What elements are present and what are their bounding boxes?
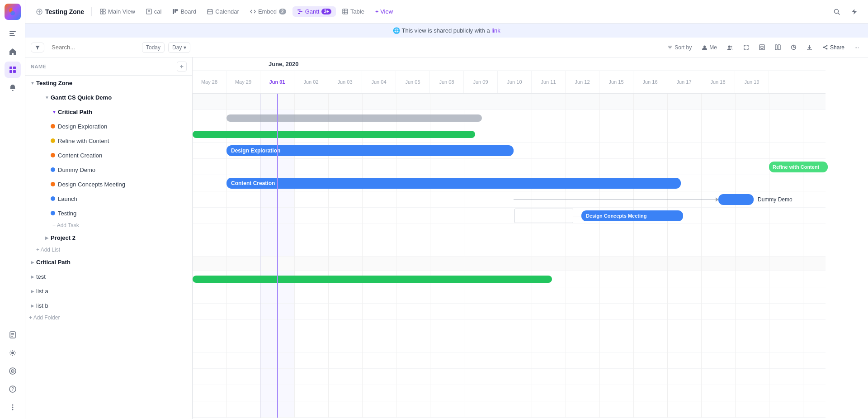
svg-rect-33 <box>173 9 174 14</box>
tree-group-test[interactable]: ▶ test <box>25 269 192 284</box>
sidebar-help-icon[interactable]: ? <box>5 381 21 397</box>
svg-rect-6 <box>9 67 12 69</box>
tree-task-design-concepts[interactable]: Design Concepts Meeting <box>25 177 192 191</box>
tree-task-design-exploration[interactable]: Design Exploration <box>25 119 192 133</box>
tab-main-view[interactable]: Main View <box>95 6 140 17</box>
svg-rect-5 <box>9 35 15 36</box>
tab-board[interactable]: Board <box>168 6 201 17</box>
search-input[interactable] <box>48 42 138 52</box>
tree-task-content-creation[interactable]: Content Creation <box>25 148 192 162</box>
more-dots: ··· <box>854 44 859 51</box>
bar-design-exploration[interactable]: Design Exploration <box>226 145 514 156</box>
tab-embed[interactable]: Embed 2 <box>245 6 291 17</box>
sidebar-integrations-icon[interactable] <box>5 345 21 361</box>
tree-group-testing-zone[interactable]: ▼ Testing Zone <box>25 76 192 90</box>
download-button[interactable] <box>803 43 816 52</box>
svg-point-17 <box>12 371 13 371</box>
chevron-test: ▶ <box>29 273 36 280</box>
tab-main-view-label: Main View <box>108 8 135 15</box>
sidebar-notifications-icon[interactable] <box>5 80 21 96</box>
testing-label: Testing <box>58 210 76 217</box>
day-label: Day <box>172 44 182 51</box>
bar-project-2[interactable] <box>193 276 552 283</box>
today-button[interactable]: Today <box>142 42 165 53</box>
tree-group-critical-path-2[interactable]: ▶ Critical Path <box>25 255 192 269</box>
day-selector[interactable]: Day ▾ <box>168 42 190 53</box>
svg-point-22 <box>12 409 13 410</box>
share-button[interactable]: Share <box>819 43 848 52</box>
tree-group-critical-path[interactable]: ▼ Critical Path <box>25 105 192 119</box>
svg-rect-55 <box>760 45 764 50</box>
tab-gantt[interactable]: Gantt 3+ <box>292 6 336 17</box>
gantt-row-content-creation: Content Creation <box>193 175 826 191</box>
tree-task-dummy-demo[interactable]: Dummy Demo <box>25 162 192 177</box>
add-column-button[interactable]: + <box>177 62 187 71</box>
svg-line-65 <box>824 48 827 49</box>
tab-table[interactable]: Table <box>338 6 369 17</box>
sidebar-spaces-icon[interactable] <box>5 62 21 78</box>
tab-cal[interactable]: cal <box>142 6 166 17</box>
tree-task-refine[interactable]: Refine with Content <box>25 133 192 148</box>
dot-content-creation <box>51 153 55 157</box>
sidebar-goals-icon[interactable] <box>5 363 21 379</box>
people-button[interactable] <box>723 43 737 52</box>
filter-button[interactable] <box>31 43 44 52</box>
add-folder-button[interactable]: + Add Folder <box>25 313 192 323</box>
columns-button[interactable] <box>771 43 784 52</box>
app-logo[interactable] <box>5 4 21 20</box>
bar-critical-path[interactable] <box>193 131 475 138</box>
sidebar-docs-icon[interactable] <box>5 327 21 343</box>
me-button[interactable]: Me <box>698 43 721 52</box>
tree-task-testing[interactable]: Testing <box>25 206 192 220</box>
svg-point-20 <box>12 405 13 406</box>
add-list-button[interactable]: + Add List <box>25 245 192 255</box>
tab-embed-label: Embed <box>258 8 277 15</box>
dummy-demo-bar-label: Dummy Demo <box>758 196 793 203</box>
add-view-button[interactable]: + View <box>371 6 397 17</box>
bar-content-creation[interactable]: Content Creation <box>226 178 681 189</box>
svg-point-53 <box>728 45 730 48</box>
content-creation-label: Content Creation <box>58 152 102 159</box>
gantt-header: June, 2020 May 28 May 29 Jun 01 Jun 02 J… <box>193 57 826 94</box>
chevron-list-a: ▶ <box>29 287 36 295</box>
svg-point-54 <box>730 46 732 48</box>
refine-label: Refine with Content <box>58 138 109 144</box>
gantt-row-critical-path <box>193 126 826 143</box>
critical-path-2-label: Critical Path <box>36 259 71 266</box>
dep-connector-dummy <box>514 200 717 200</box>
lightning-button[interactable] <box>847 7 861 17</box>
bar-gantt-cs[interactable] <box>226 114 482 122</box>
fullscreen-button[interactable] <box>755 43 769 52</box>
color-button[interactable] <box>787 43 800 52</box>
sidebar-more-icon[interactable] <box>5 399 21 415</box>
sidebar-home-icon[interactable] <box>5 43 21 60</box>
workspace-title[interactable]: Testing Zone <box>33 6 88 17</box>
day-jun01: Jun 01 <box>260 71 294 93</box>
toolbar: Today Day ▾ Sort by Me <box>25 38 868 57</box>
tree-group-list-a[interactable]: ▶ list a <box>25 284 192 298</box>
gantt-row-design-concepts: Design Concepts Meeting <box>193 208 826 224</box>
sort-by-label: Sort by <box>675 44 692 51</box>
gantt-row-empty-3 <box>193 320 826 336</box>
add-task-button[interactable]: + Add Task <box>25 220 192 230</box>
tree-group-list-b[interactable]: ▶ list b <box>25 298 192 313</box>
gantt-chart-area[interactable]: June, 2020 May 28 May 29 Jun 01 Jun 02 J… <box>193 57 868 419</box>
shared-banner-link[interactable]: link <box>491 27 500 34</box>
test-label: test <box>36 273 46 280</box>
more-button[interactable]: ··· <box>851 43 863 52</box>
tree-group-gantt-cs[interactable]: ▼ Gantt CS Quick Demo <box>25 90 192 105</box>
sidebar-expand-icon[interactable] <box>5 25 21 42</box>
sort-by-button[interactable]: Sort by <box>664 43 695 52</box>
bar-design-concepts[interactable]: Design Concepts Meeting <box>581 210 683 221</box>
tree-column-name: NAME <box>31 64 46 69</box>
search-button[interactable] <box>830 7 844 17</box>
expand-button[interactable] <box>740 43 753 52</box>
main-area: Testing Zone Main View cal Board Calenda… <box>25 0 868 419</box>
tree-group-project-2[interactable]: ▶ Project 2 <box>25 230 192 245</box>
tab-calendar[interactable]: Calendar <box>203 6 244 17</box>
tree-task-launch[interactable]: Launch <box>25 191 192 206</box>
dot-testing <box>51 211 55 215</box>
dot-design-exploration <box>51 124 55 129</box>
bar-dummy-demo[interactable] <box>718 194 754 205</box>
bar-refine[interactable]: Refine with Content <box>769 162 828 172</box>
